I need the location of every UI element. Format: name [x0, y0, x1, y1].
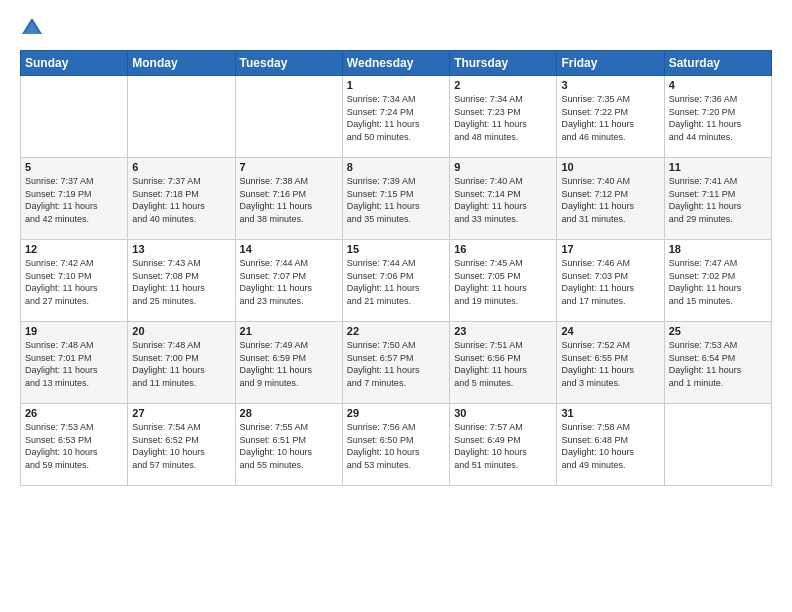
day-info: Sunrise: 7:49 AM Sunset: 6:59 PM Dayligh…	[240, 339, 338, 389]
day-info: Sunrise: 7:45 AM Sunset: 7:05 PM Dayligh…	[454, 257, 552, 307]
calendar-cell: 20Sunrise: 7:48 AM Sunset: 7:00 PM Dayli…	[128, 322, 235, 404]
day-info: Sunrise: 7:53 AM Sunset: 6:54 PM Dayligh…	[669, 339, 767, 389]
calendar-week-row: 26Sunrise: 7:53 AM Sunset: 6:53 PM Dayli…	[21, 404, 772, 486]
day-number: 15	[347, 243, 445, 255]
day-number: 27	[132, 407, 230, 419]
calendar-cell	[664, 404, 771, 486]
day-number: 18	[669, 243, 767, 255]
day-info: Sunrise: 7:54 AM Sunset: 6:52 PM Dayligh…	[132, 421, 230, 471]
header	[20, 16, 772, 40]
day-info: Sunrise: 7:40 AM Sunset: 7:14 PM Dayligh…	[454, 175, 552, 225]
calendar-week-row: 19Sunrise: 7:48 AM Sunset: 7:01 PM Dayli…	[21, 322, 772, 404]
calendar-cell: 16Sunrise: 7:45 AM Sunset: 7:05 PM Dayli…	[450, 240, 557, 322]
calendar-cell: 3Sunrise: 7:35 AM Sunset: 7:22 PM Daylig…	[557, 76, 664, 158]
calendar-cell: 15Sunrise: 7:44 AM Sunset: 7:06 PM Dayli…	[342, 240, 449, 322]
day-number: 23	[454, 325, 552, 337]
day-number: 28	[240, 407, 338, 419]
calendar-cell: 27Sunrise: 7:54 AM Sunset: 6:52 PM Dayli…	[128, 404, 235, 486]
day-number: 19	[25, 325, 123, 337]
calendar-cell: 9Sunrise: 7:40 AM Sunset: 7:14 PM Daylig…	[450, 158, 557, 240]
calendar-cell: 5Sunrise: 7:37 AM Sunset: 7:19 PM Daylig…	[21, 158, 128, 240]
weekday-header: Tuesday	[235, 51, 342, 76]
day-number: 20	[132, 325, 230, 337]
day-number: 14	[240, 243, 338, 255]
calendar-cell	[235, 76, 342, 158]
calendar-cell: 24Sunrise: 7:52 AM Sunset: 6:55 PM Dayli…	[557, 322, 664, 404]
calendar-cell: 2Sunrise: 7:34 AM Sunset: 7:23 PM Daylig…	[450, 76, 557, 158]
day-number: 6	[132, 161, 230, 173]
day-number: 5	[25, 161, 123, 173]
day-number: 25	[669, 325, 767, 337]
day-number: 7	[240, 161, 338, 173]
day-info: Sunrise: 7:46 AM Sunset: 7:03 PM Dayligh…	[561, 257, 659, 307]
weekday-header: Monday	[128, 51, 235, 76]
calendar-cell: 11Sunrise: 7:41 AM Sunset: 7:11 PM Dayli…	[664, 158, 771, 240]
day-info: Sunrise: 7:43 AM Sunset: 7:08 PM Dayligh…	[132, 257, 230, 307]
day-number: 17	[561, 243, 659, 255]
calendar-cell: 28Sunrise: 7:55 AM Sunset: 6:51 PM Dayli…	[235, 404, 342, 486]
calendar-cell: 7Sunrise: 7:38 AM Sunset: 7:16 PM Daylig…	[235, 158, 342, 240]
calendar-cell: 19Sunrise: 7:48 AM Sunset: 7:01 PM Dayli…	[21, 322, 128, 404]
day-info: Sunrise: 7:57 AM Sunset: 6:49 PM Dayligh…	[454, 421, 552, 471]
calendar-page: SundayMondayTuesdayWednesdayThursdayFrid…	[0, 0, 792, 612]
day-info: Sunrise: 7:42 AM Sunset: 7:10 PM Dayligh…	[25, 257, 123, 307]
calendar-cell: 31Sunrise: 7:58 AM Sunset: 6:48 PM Dayli…	[557, 404, 664, 486]
day-info: Sunrise: 7:34 AM Sunset: 7:24 PM Dayligh…	[347, 93, 445, 143]
day-number: 12	[25, 243, 123, 255]
day-number: 16	[454, 243, 552, 255]
day-number: 31	[561, 407, 659, 419]
day-info: Sunrise: 7:52 AM Sunset: 6:55 PM Dayligh…	[561, 339, 659, 389]
day-info: Sunrise: 7:48 AM Sunset: 7:01 PM Dayligh…	[25, 339, 123, 389]
day-info: Sunrise: 7:38 AM Sunset: 7:16 PM Dayligh…	[240, 175, 338, 225]
day-info: Sunrise: 7:44 AM Sunset: 7:07 PM Dayligh…	[240, 257, 338, 307]
day-number: 11	[669, 161, 767, 173]
day-number: 3	[561, 79, 659, 91]
logo-icon	[20, 16, 44, 40]
calendar-cell: 23Sunrise: 7:51 AM Sunset: 6:56 PM Dayli…	[450, 322, 557, 404]
calendar-cell: 1Sunrise: 7:34 AM Sunset: 7:24 PM Daylig…	[342, 76, 449, 158]
day-number: 30	[454, 407, 552, 419]
calendar-cell: 12Sunrise: 7:42 AM Sunset: 7:10 PM Dayli…	[21, 240, 128, 322]
day-info: Sunrise: 7:35 AM Sunset: 7:22 PM Dayligh…	[561, 93, 659, 143]
calendar-cell: 8Sunrise: 7:39 AM Sunset: 7:15 PM Daylig…	[342, 158, 449, 240]
calendar-cell	[128, 76, 235, 158]
weekday-header: Saturday	[664, 51, 771, 76]
calendar-table: SundayMondayTuesdayWednesdayThursdayFrid…	[20, 50, 772, 486]
day-number: 22	[347, 325, 445, 337]
day-info: Sunrise: 7:39 AM Sunset: 7:15 PM Dayligh…	[347, 175, 445, 225]
calendar-week-row: 12Sunrise: 7:42 AM Sunset: 7:10 PM Dayli…	[21, 240, 772, 322]
weekday-header: Sunday	[21, 51, 128, 76]
day-info: Sunrise: 7:44 AM Sunset: 7:06 PM Dayligh…	[347, 257, 445, 307]
calendar-week-row: 5Sunrise: 7:37 AM Sunset: 7:19 PM Daylig…	[21, 158, 772, 240]
day-info: Sunrise: 7:40 AM Sunset: 7:12 PM Dayligh…	[561, 175, 659, 225]
day-number: 29	[347, 407, 445, 419]
calendar-cell: 25Sunrise: 7:53 AM Sunset: 6:54 PM Dayli…	[664, 322, 771, 404]
calendar-week-row: 1Sunrise: 7:34 AM Sunset: 7:24 PM Daylig…	[21, 76, 772, 158]
day-info: Sunrise: 7:34 AM Sunset: 7:23 PM Dayligh…	[454, 93, 552, 143]
day-info: Sunrise: 7:50 AM Sunset: 6:57 PM Dayligh…	[347, 339, 445, 389]
day-number: 8	[347, 161, 445, 173]
day-info: Sunrise: 7:47 AM Sunset: 7:02 PM Dayligh…	[669, 257, 767, 307]
day-number: 10	[561, 161, 659, 173]
day-info: Sunrise: 7:37 AM Sunset: 7:19 PM Dayligh…	[25, 175, 123, 225]
calendar-cell: 21Sunrise: 7:49 AM Sunset: 6:59 PM Dayli…	[235, 322, 342, 404]
day-number: 2	[454, 79, 552, 91]
calendar-cell: 14Sunrise: 7:44 AM Sunset: 7:07 PM Dayli…	[235, 240, 342, 322]
day-info: Sunrise: 7:53 AM Sunset: 6:53 PM Dayligh…	[25, 421, 123, 471]
weekday-header: Friday	[557, 51, 664, 76]
weekday-header-row: SundayMondayTuesdayWednesdayThursdayFrid…	[21, 51, 772, 76]
day-info: Sunrise: 7:48 AM Sunset: 7:00 PM Dayligh…	[132, 339, 230, 389]
calendar-cell: 18Sunrise: 7:47 AM Sunset: 7:02 PM Dayli…	[664, 240, 771, 322]
calendar-cell: 13Sunrise: 7:43 AM Sunset: 7:08 PM Dayli…	[128, 240, 235, 322]
day-number: 1	[347, 79, 445, 91]
weekday-header: Wednesday	[342, 51, 449, 76]
calendar-cell	[21, 76, 128, 158]
calendar-cell: 17Sunrise: 7:46 AM Sunset: 7:03 PM Dayli…	[557, 240, 664, 322]
day-info: Sunrise: 7:58 AM Sunset: 6:48 PM Dayligh…	[561, 421, 659, 471]
calendar-cell: 29Sunrise: 7:56 AM Sunset: 6:50 PM Dayli…	[342, 404, 449, 486]
day-info: Sunrise: 7:55 AM Sunset: 6:51 PM Dayligh…	[240, 421, 338, 471]
day-number: 9	[454, 161, 552, 173]
calendar-cell: 4Sunrise: 7:36 AM Sunset: 7:20 PM Daylig…	[664, 76, 771, 158]
day-info: Sunrise: 7:37 AM Sunset: 7:18 PM Dayligh…	[132, 175, 230, 225]
calendar-cell: 26Sunrise: 7:53 AM Sunset: 6:53 PM Dayli…	[21, 404, 128, 486]
